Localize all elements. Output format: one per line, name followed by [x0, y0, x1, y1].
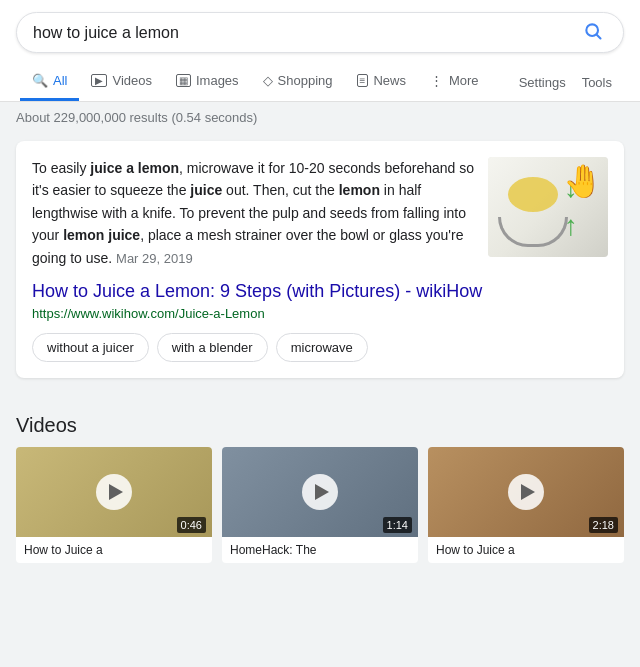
play-button-2 [302, 474, 338, 510]
video-card-1[interactable]: 0:46 How to Juice a [16, 447, 212, 563]
settings-link[interactable]: Settings [511, 65, 574, 100]
play-triangle-1 [109, 484, 123, 500]
snippet-date: Mar 29, 2019 [116, 251, 193, 266]
video-label-1: How to Juice a [16, 537, 212, 563]
videos-section: Videos 0:46 How to Juice a 1:14 HomeHack… [0, 402, 640, 579]
tab-news[interactable]: ≡ News [345, 63, 418, 101]
bowl-graphic [498, 217, 568, 247]
tab-more[interactable]: ⋮ More [418, 63, 491, 101]
video-card-3[interactable]: 2:18 How to Juice a [428, 447, 624, 563]
featured-body: To easily juice a lemon, microwave it fo… [32, 157, 608, 269]
tab-shopping-label: Shopping [278, 73, 333, 88]
video-thumb-2: 1:14 [222, 447, 418, 537]
featured-text: To easily juice a lemon, microwave it fo… [32, 157, 476, 269]
search-button[interactable] [579, 21, 607, 44]
svg-line-1 [597, 35, 601, 39]
snippet-text-part1: To easily [32, 160, 90, 176]
tab-shopping[interactable]: ◇ Shopping [251, 63, 345, 101]
news-icon: ≡ [357, 74, 369, 87]
chip-microwave[interactable]: microwave [276, 333, 368, 362]
tab-more-label: More [449, 73, 479, 88]
search-icon [583, 21, 603, 41]
snippet-bold3: lemon [339, 182, 380, 198]
video-duration-1: 0:46 [177, 517, 206, 533]
snippet-bold2: juice [190, 182, 222, 198]
play-triangle-3 [521, 484, 535, 500]
lemon-graphic [508, 177, 558, 212]
videos-title: Videos [16, 402, 624, 447]
snippet-text-part3: out. Then, cut the [222, 182, 338, 198]
featured-card: To easily juice a lemon, microwave it fo… [16, 141, 624, 378]
arrow-up-icon: ↑ [564, 210, 578, 242]
play-triangle-2 [315, 484, 329, 500]
tab-news-label: News [373, 73, 406, 88]
search-bar-row [16, 12, 624, 53]
search-bar [16, 12, 624, 53]
chip-without-juicer[interactable]: without a juicer [32, 333, 149, 362]
featured-image: ↓ ↑ 🤚 [488, 157, 608, 257]
images-icon: ▦ [176, 74, 191, 87]
tab-images[interactable]: ▦ Images [164, 63, 251, 101]
tab-images-label: Images [196, 73, 239, 88]
chips-row: without a juicer with a blender microwav… [32, 333, 608, 362]
video-label-2: HomeHack: The [222, 537, 418, 563]
videos-grid: 0:46 How to Juice a 1:14 HomeHack: The 2… [16, 447, 624, 563]
hand-graphic: 🤚 [563, 162, 603, 200]
main-content: To easily juice a lemon, microwave it fo… [0, 133, 640, 402]
tab-all[interactable]: 🔍 All [20, 63, 79, 101]
featured-url: https://www.wikihow.com/Juice-a-Lemon [32, 306, 608, 321]
snippet-bold1: juice a lemon [90, 160, 179, 176]
result-count: About 229,000,000 results (0.54 seconds) [0, 102, 640, 133]
video-card-2[interactable]: 1:14 HomeHack: The [222, 447, 418, 563]
nav-tabs: 🔍 All ▶ Videos ▦ Images ◇ Shopping ≡ New… [16, 63, 624, 101]
play-button-1 [96, 474, 132, 510]
tab-all-label: All [53, 73, 67, 88]
search-header: 🔍 All ▶ Videos ▦ Images ◇ Shopping ≡ New… [0, 0, 640, 102]
video-label-3: How to Juice a [428, 537, 624, 563]
search-input[interactable] [33, 24, 579, 42]
video-thumb-3: 2:18 [428, 447, 624, 537]
tab-videos-label: Videos [112, 73, 152, 88]
chip-with-blender[interactable]: with a blender [157, 333, 268, 362]
video-duration-3: 2:18 [589, 517, 618, 533]
videos-icon: ▶ [91, 74, 107, 87]
all-icon: 🔍 [32, 73, 48, 88]
more-icon: ⋮ [430, 73, 444, 88]
tab-videos[interactable]: ▶ Videos [79, 63, 164, 101]
tools-link[interactable]: Tools [574, 65, 620, 100]
featured-image-bg: ↓ ↑ 🤚 [488, 157, 608, 257]
video-thumb-1: 0:46 [16, 447, 212, 537]
featured-link[interactable]: How to Juice a Lemon: 9 Steps (with Pict… [32, 281, 608, 302]
shopping-icon: ◇ [263, 73, 273, 88]
snippet-bold4: lemon juice [63, 227, 140, 243]
video-duration-2: 1:14 [383, 517, 412, 533]
play-button-3 [508, 474, 544, 510]
